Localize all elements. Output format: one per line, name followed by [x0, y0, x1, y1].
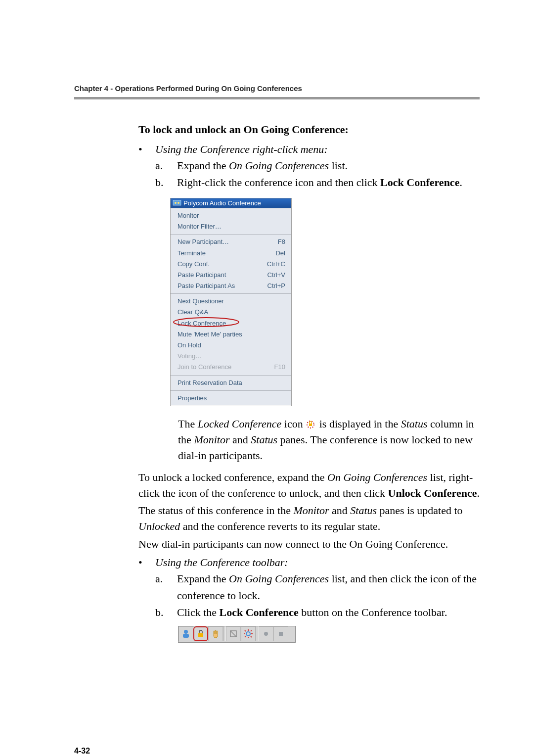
svg-rect-5 — [309, 424, 312, 426]
menu-item[interactable]: New Participant…F8 — [171, 236, 291, 247]
menu-item-label: Clear Q&A — [178, 308, 208, 317]
on-going-conferences: On Going Conferences — [229, 159, 329, 172]
menu-item[interactable]: TerminateDel — [171, 248, 291, 259]
bullet-text: Using the Conference right-click menu: — [155, 142, 480, 157]
svg-line-10 — [230, 631, 236, 637]
new-participant-button[interactable] — [178, 626, 193, 641]
text: The status of this conference in the — [138, 504, 293, 517]
menu-item-label: Terminate — [178, 249, 206, 258]
lock-icon — [196, 629, 206, 639]
lock-conference-button[interactable] — [193, 626, 208, 641]
text: button on the Conference toolbar. — [299, 606, 447, 618]
menu-item-label: Copy Conf. — [178, 260, 210, 269]
unlock-conference-label: Unlock Conference — [388, 487, 477, 499]
svg-point-11 — [246, 632, 250, 636]
menu-section: MonitorMonitor Filter… — [171, 208, 291, 235]
text: Expand the — [177, 159, 229, 172]
lock-conference-label: Lock Conference — [220, 606, 299, 618]
menu-item[interactable]: Mute 'Meet Me' parties — [171, 329, 291, 340]
step-line: b. Click the Lock Conference button on t… — [155, 604, 480, 621]
menu-section: New Participant…F8TerminateDelCopy Conf.… — [171, 235, 291, 294]
text: The — [178, 418, 198, 430]
locked-conference: Locked Conference — [198, 418, 282, 430]
menu-item-label: Paste Participant — [178, 271, 226, 280]
menu-item-label: Paste Participant As — [178, 282, 235, 290]
menu-shortcut: F8 — [278, 237, 285, 246]
menu-shortcut: Ctrl+C — [267, 260, 285, 269]
on-going-conferences: On Going Conferences — [229, 572, 329, 585]
page-number: 4-32 — [74, 747, 480, 756]
step-line: a. Expand the On Going Conferences list,… — [155, 570, 480, 604]
mute-button[interactable] — [208, 626, 223, 641]
chapter-header: Chapter 4 - Operations Performed During … — [74, 84, 480, 93]
menu-section: Next QuestionerClear Q&ALock ConferenceM… — [171, 294, 291, 375]
menu-shortcut: Ctrl+P — [267, 282, 285, 290]
record-button[interactable] — [259, 626, 273, 641]
menu-item[interactable]: Monitor Filter… — [171, 221, 291, 232]
menu-item-label: Lock Conference — [178, 319, 226, 328]
step-body: Click the Lock Conference button on the … — [177, 604, 480, 621]
menu-item-label: Join to Conference — [178, 363, 231, 372]
menu-item[interactable]: Monitor — [171, 210, 291, 221]
stop-button[interactable] — [273, 626, 288, 641]
text: To unlock a locked conference, expand th… — [138, 471, 327, 483]
unlock-paragraph: To unlock a locked conference, expand th… — [138, 470, 480, 501]
menu-item[interactable]: Next Questioner — [171, 296, 291, 307]
person-icon — [181, 629, 191, 639]
settings-button[interactable] — [241, 626, 256, 641]
on-going-conferences: On Going Conferences — [327, 471, 427, 483]
text: panes is updated to — [377, 504, 463, 517]
svg-point-20 — [264, 632, 268, 636]
menu-item-label: New Participant… — [178, 237, 229, 246]
context-menu: Polycom Audio Conference MonitorMonitor … — [170, 198, 292, 406]
terminate-icon — [229, 629, 238, 638]
step-label: b. — [155, 604, 177, 621]
status-pane: Status — [350, 504, 377, 517]
menu-item[interactable]: Copy Conf.Ctrl+C — [171, 259, 291, 270]
menu-item-label: Monitor Filter… — [178, 222, 222, 231]
svg-point-2 — [178, 202, 179, 204]
menu-item-label: Mute 'Meet Me' parties — [178, 330, 242, 339]
menu-shortcut: Ctrl+V — [267, 271, 285, 280]
terminate-button[interactable] — [226, 626, 241, 641]
step-body: Expand the On Going Conferences list, an… — [177, 570, 480, 604]
menu-item[interactable]: Lock Conference — [171, 318, 291, 329]
svg-point-6 — [184, 630, 188, 634]
svg-line-16 — [245, 630, 246, 631]
menu-item[interactable]: Paste ParticipantCtrl+V — [171, 270, 291, 281]
step-label: a. — [155, 157, 177, 174]
text: and — [230, 433, 251, 446]
unlocked: Unlocked — [138, 520, 180, 532]
svg-rect-21 — [279, 632, 283, 636]
status-pane: Status — [251, 433, 277, 446]
menu-shortcut: Del — [275, 249, 285, 258]
menu-item[interactable]: Properties — [171, 393, 291, 404]
monitor-pane: Monitor — [293, 504, 329, 517]
bullet-item: • Using the Conference right-click menu: — [138, 142, 480, 157]
step-body: Right-click the conference icon and then… — [177, 174, 480, 191]
menu-item-label: Properties — [178, 394, 207, 403]
hand-icon — [211, 629, 221, 639]
stop-icon — [277, 630, 285, 638]
svg-point-1 — [175, 202, 177, 204]
text: . — [477, 487, 480, 499]
menu-title-text: Polycom Audio Conference — [183, 199, 261, 207]
result-paragraph: The Locked Conference icon is displayed … — [178, 416, 480, 464]
menu-titlebar: Polycom Audio Conference — [171, 198, 291, 208]
menu-shortcut: F10 — [274, 363, 285, 372]
svg-line-19 — [245, 636, 246, 637]
menu-item[interactable]: Paste Participant AsCtrl+P — [171, 281, 291, 291]
menu-item: Join to ConferenceF10 — [171, 362, 291, 373]
monitor-pane: Monitor — [194, 433, 229, 446]
svg-rect-0 — [173, 200, 181, 205]
step-label: a. — [155, 570, 177, 604]
status-paragraph: The status of this conference in the Mon… — [138, 503, 480, 534]
step-label: b. — [155, 174, 177, 191]
svg-rect-7 — [183, 634, 189, 638]
menu-item-label: Monitor — [178, 211, 199, 220]
menu-item[interactable]: Clear Q&A — [171, 307, 291, 318]
menu-item[interactable]: Print Reservation Data — [171, 378, 291, 388]
menu-item[interactable]: On Hold — [171, 340, 291, 351]
text: and the conference reverts to its regula… — [180, 520, 380, 532]
text: Right-click the conference icon and then… — [177, 176, 380, 189]
